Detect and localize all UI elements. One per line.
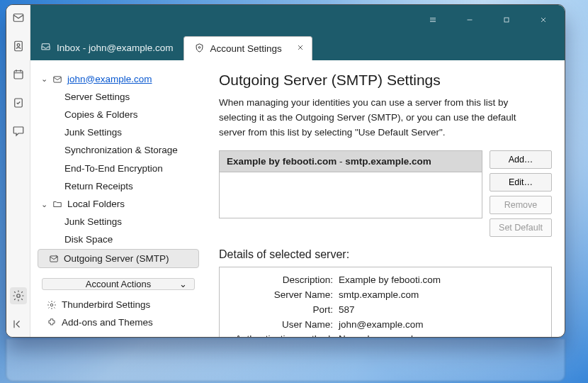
add-button[interactable]: Add… <box>490 150 552 169</box>
appmenu-icon[interactable] <box>417 9 448 30</box>
tabs-row: Inbox - john@example.com Account Setting… <box>30 35 565 60</box>
detail-user-name: john@example.com <box>339 318 544 333</box>
account-email: john@example.com <box>67 73 152 86</box>
tree-server-settings[interactable]: Server Settings <box>38 88 199 106</box>
remove-button: Remove <box>490 196 552 214</box>
minimize-button[interactable] <box>454 9 485 30</box>
svg-point-5 <box>16 294 20 298</box>
page-title: Outgoing Server (SMTP) Settings <box>219 72 552 89</box>
calendar-icon[interactable] <box>10 66 27 83</box>
tab-settings-label: Account Settings <box>210 43 282 54</box>
shield-settings-icon <box>194 43 205 55</box>
titlebar <box>30 5 565 35</box>
collapse-icon[interactable] <box>10 316 27 333</box>
outgoing-icon <box>48 253 60 265</box>
svg-point-10 <box>50 304 53 306</box>
tree-return-receipts[interactable]: Return Receipts <box>38 177 199 195</box>
tab-inbox[interactable]: Inbox - john@example.com <box>30 35 183 60</box>
tree-local-folders[interactable]: ⌄ Local Folders <box>38 196 199 213</box>
account-actions-button[interactable]: Account Actions ⌄ <box>42 278 195 290</box>
svg-point-2 <box>17 44 20 47</box>
detail-auth-method: Normal password <box>339 332 544 337</box>
tree-local-junk[interactable]: Junk Settings <box>38 213 199 231</box>
edit-button[interactable]: Edit… <box>490 173 552 192</box>
mail-icon[interactable] <box>10 9 27 26</box>
tree-smtp[interactable]: Outgoing Server (SMTP) <box>38 249 199 268</box>
link-addons-themes[interactable]: Add-ons and Themes <box>43 314 193 332</box>
gear-icon <box>46 299 57 311</box>
chevron-down-icon: ⌄ <box>40 199 47 210</box>
chevron-down-icon: ⌄ <box>40 74 47 84</box>
link-thunderbird-settings[interactable]: Thunderbird Settings <box>43 296 193 313</box>
tree-e2e-encryption[interactable]: End-To-End Encryption <box>38 160 199 177</box>
chat-icon[interactable] <box>10 123 27 140</box>
details-box: Description:Example by febooti.com Serve… <box>219 267 552 337</box>
settings-panel: Outgoing Server (SMTP) Settings When man… <box>206 60 565 337</box>
detail-port: 587 <box>339 303 544 318</box>
smtp-button-column: Add… Edit… Remove Set Default <box>490 150 552 237</box>
app-window: Inbox - john@example.com Account Setting… <box>6 4 565 338</box>
activity-rail <box>6 5 30 337</box>
chevron-down-icon: ⌄ <box>179 279 187 289</box>
page-desc: When managing your identities you can us… <box>219 96 531 140</box>
inbox-icon <box>40 41 51 54</box>
maximize-button[interactable] <box>491 9 522 30</box>
svg-rect-3 <box>14 71 23 79</box>
details-heading: Details of selected server: <box>219 248 552 261</box>
smtp-server-row[interactable]: Example by febooti.com - smtp.example.co… <box>220 151 482 172</box>
svg-rect-6 <box>504 18 509 22</box>
svg-point-7 <box>198 46 200 48</box>
tree-account-root[interactable]: ⌄ john@example.com <box>38 70 199 88</box>
settings-icon[interactable] <box>10 287 27 304</box>
client-area: Inbox - john@example.com Account Setting… <box>30 5 565 337</box>
set-default-button: Set Default <box>490 218 552 237</box>
tasks-icon[interactable] <box>10 94 27 111</box>
smtp-server-list[interactable]: Example by febooti.com - smtp.example.co… <box>219 150 482 218</box>
mail-icon <box>52 74 63 85</box>
detail-server-name: smtp.example.com <box>339 288 544 303</box>
tree-sync-storage[interactable]: Synchronization & Storage <box>38 142 199 160</box>
tree-junk-settings[interactable]: Junk Settings <box>38 124 199 142</box>
svg-rect-0 <box>13 14 23 22</box>
addressbook-icon[interactable] <box>10 38 27 55</box>
folder-icon <box>52 199 63 210</box>
tab-inbox-label: Inbox - john@example.com <box>57 43 174 53</box>
tree-local-diskspace[interactable]: Disk Space <box>38 231 199 249</box>
close-button[interactable] <box>528 9 559 30</box>
detail-description: Example by febooti.com <box>339 273 544 288</box>
tab-close-icon[interactable] <box>296 43 305 54</box>
svg-rect-8 <box>54 77 62 82</box>
puzzle-icon <box>46 317 57 328</box>
tree-copies-folders[interactable]: Copies & Folders <box>38 106 199 123</box>
account-tree: ⌄ john@example.com Server Settings Copie… <box>30 60 206 337</box>
tab-account-settings[interactable]: Account Settings <box>183 36 312 60</box>
